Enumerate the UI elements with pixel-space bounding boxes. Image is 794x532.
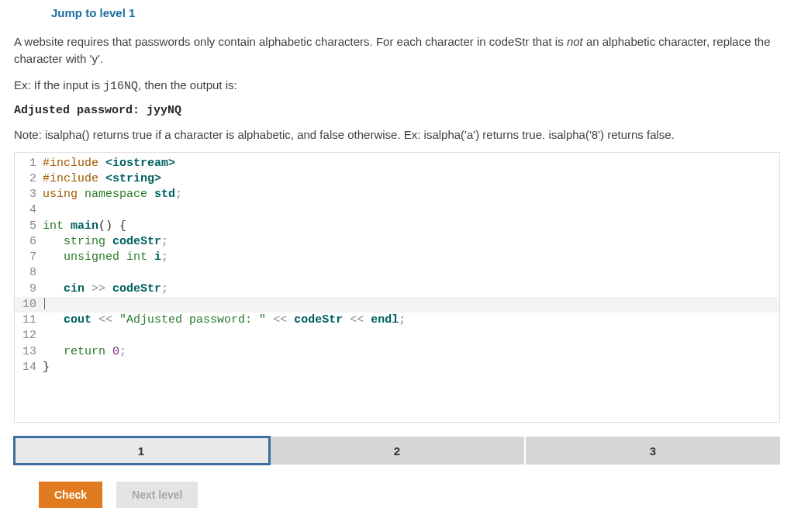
code-line[interactable]: 10 <box>15 297 779 313</box>
line-number: 6 <box>15 234 43 250</box>
level-tab-2[interactable]: 2 <box>270 437 526 465</box>
code-content[interactable]: using namespace std; <box>43 187 182 202</box>
example-line: Ex: If the input is j16NQ, then the outp… <box>14 78 780 93</box>
button-row: Check Next level <box>39 482 780 508</box>
line-number: 2 <box>15 171 43 187</box>
level-tab-3[interactable]: 3 <box>526 437 780 465</box>
line-number: 3 <box>15 187 43 202</box>
code-content[interactable]: unsigned int i; <box>43 250 168 265</box>
problem-note: Note: isalpha() returns true if a charac… <box>14 128 780 141</box>
problem-description: A website requires that passwords only c… <box>14 33 780 67</box>
line-number: 4 <box>15 202 43 218</box>
code-line[interactable]: 5int main() { <box>15 219 779 234</box>
line-number: 10 <box>15 297 43 313</box>
check-button[interactable]: Check <box>39 482 102 508</box>
level-tab-1[interactable]: 1 <box>14 437 270 465</box>
code-line[interactable]: 14} <box>15 360 779 375</box>
code-content[interactable]: int main() { <box>43 219 126 234</box>
next-level-button: Next level <box>116 482 198 508</box>
code-content[interactable]: string codeStr; <box>43 234 168 250</box>
example-post: , then the output is: <box>138 78 237 92</box>
code-line[interactable]: 1#include <iostream> <box>15 156 779 171</box>
jump-to-level-link[interactable]: Jump to level 1 <box>51 6 135 19</box>
line-number: 11 <box>15 313 43 328</box>
line-number: 13 <box>15 344 43 360</box>
desc-text-pre: A website requires that passwords only c… <box>14 35 567 48</box>
code-line[interactable]: 8 <box>15 265 779 281</box>
code-line[interactable]: 11 cout << "Adjusted password: " << code… <box>15 313 779 328</box>
code-line[interactable]: 9 cin >> codeStr; <box>15 282 779 297</box>
text-cursor <box>44 298 45 309</box>
line-number: 9 <box>15 282 43 297</box>
code-content[interactable]: return 0; <box>43 344 126 360</box>
code-content[interactable]: } <box>43 360 50 375</box>
code-content[interactable]: cout << "Adjusted password: " << codeStr… <box>43 313 406 328</box>
example-output: Adjusted password: jyyNQ <box>14 104 780 117</box>
code-editor[interactable]: 1#include <iostream>2#include <string>3u… <box>14 152 780 423</box>
line-number: 8 <box>15 265 43 281</box>
code-line[interactable]: 13 return 0; <box>15 344 779 360</box>
desc-em: not <box>567 35 583 48</box>
code-line[interactable]: 2#include <string> <box>15 171 779 187</box>
code-line[interactable]: 3using namespace std; <box>15 187 779 202</box>
code-line[interactable]: 12 <box>15 328 779 344</box>
example-pre: Ex: If the input is <box>14 78 103 92</box>
line-number: 5 <box>15 219 43 234</box>
example-input-code: j16NQ <box>103 80 138 93</box>
code-line[interactable]: 7 unsigned int i; <box>15 250 779 265</box>
line-number: 12 <box>15 328 43 344</box>
code-content[interactable]: #include <iostream> <box>43 156 175 171</box>
code-content[interactable] <box>43 297 45 313</box>
code-line[interactable]: 4 <box>15 202 779 218</box>
line-number: 1 <box>15 156 43 171</box>
line-number: 14 <box>15 360 43 375</box>
level-tabs: 123 <box>14 437 780 465</box>
code-content[interactable]: #include <string> <box>43 171 161 187</box>
line-number: 7 <box>15 250 43 265</box>
code-content[interactable]: cin >> codeStr; <box>43 282 168 297</box>
code-line[interactable]: 6 string codeStr; <box>15 234 779 250</box>
